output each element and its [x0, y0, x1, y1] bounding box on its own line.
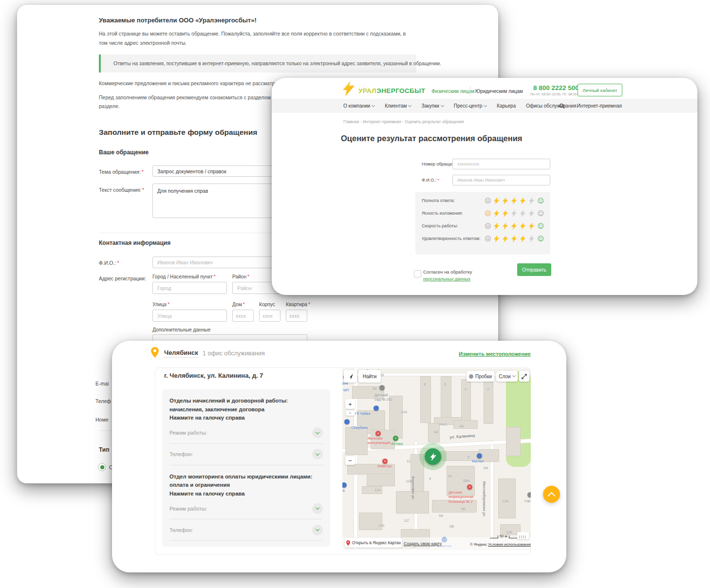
map-traffic-button[interactable]: Пробки — [467, 371, 494, 382]
expand-chevron-button[interactable] — [312, 525, 323, 535]
map-zoom-out-button[interactable]: − — [345, 456, 355, 465]
lightning-bolt-icon[interactable] — [511, 222, 517, 230]
nav-item[interactable]: Клиентам — [385, 103, 411, 109]
lightning-bolt-icon[interactable] — [520, 210, 526, 217]
lightning-bolt-icon[interactable] — [511, 197, 517, 204]
district-label: Район* — [232, 274, 249, 279]
nav-item[interactable]: Пресс-центр — [454, 103, 486, 109]
map-poi-icon[interactable] — [379, 385, 385, 390]
city-selector[interactable]: Челябинск — [164, 349, 198, 358]
number-label: Номе — [95, 417, 108, 423]
individuals-link[interactable]: Физическим лицам — [431, 89, 474, 94]
logo-bolt-icon[interactable] — [342, 81, 355, 98]
lightning-bolt-icon[interactable] — [528, 235, 535, 242]
office-address: г. Челябинск, ул. Калинина, д. 7 — [164, 372, 263, 379]
street-label: Улица* — [152, 302, 169, 307]
nav-item-label: Закупки — [421, 103, 439, 109]
map-canvas[interactable]: Найти Пробки Слои + ≡ − Открыть в Яндекс… — [342, 368, 531, 550]
map-poi-icon[interactable]: + — [375, 431, 381, 436]
lightning-bolt-icon[interactable] — [493, 210, 500, 217]
lightning-bolt-icon[interactable] — [528, 197, 535, 204]
office-row: Телефон: — [169, 519, 323, 541]
office-row: Телефон: — [169, 444, 323, 465]
apartment-input[interactable] — [286, 310, 307, 322]
sad-face-icon[interactable]: ☹ — [485, 210, 491, 217]
sad-face-icon[interactable]: ☹ — [485, 223, 491, 229]
city-label: Город / Населенный пункт* — [152, 274, 216, 279]
street-input[interactable] — [152, 310, 227, 322]
map-poi-icon[interactable] — [477, 453, 482, 459]
type-radio[interactable] — [98, 463, 106, 471]
happy-face-icon[interactable]: ☺ — [537, 236, 544, 242]
nav-item[interactable]: О компании — [343, 103, 374, 109]
lightning-bolt-icon[interactable] — [520, 222, 526, 230]
map-poi-icon[interactable] — [527, 492, 531, 497]
happy-face-icon[interactable]: ☺ — [537, 198, 544, 204]
office-marker[interactable] — [425, 448, 441, 465]
extra-data-label: Дополнительные данные — [152, 327, 210, 332]
terms-link[interactable]: Условия использования — [488, 542, 531, 547]
create-map-link[interactable]: Создать свою карту — [404, 541, 442, 546]
lightning-bolt-icon[interactable] — [502, 235, 508, 242]
lightning-bolt-icon[interactable] — [502, 222, 508, 230]
search-icon[interactable] — [559, 103, 565, 109]
lightning-bolt-icon[interactable] — [511, 210, 517, 217]
legal-entities-link[interactable]: Юридическим лицам — [475, 89, 523, 94]
consent-checkbox[interactable] — [414, 270, 421, 277]
nav-item[interactable]: Закупки — [421, 103, 443, 109]
map-poi-icon[interactable] — [344, 419, 350, 424]
map-ruler-mini-button[interactable]: ≡ — [346, 410, 355, 416]
open-in-yandex-button[interactable]: Открыть в Яндекс Картах — [345, 538, 402, 548]
expand-chevron-button[interactable] — [312, 503, 323, 514]
map-poi-icon[interactable]: + — [382, 459, 388, 464]
happy-face-icon[interactable]: ☺ — [537, 210, 544, 217]
type-heading: Тип — [99, 446, 110, 453]
korpus-input[interactable] — [259, 310, 280, 322]
map-label: Инвитро — [377, 464, 392, 468]
lightning-bolt-icon[interactable] — [493, 222, 500, 230]
lightning-bolt-icon[interactable] — [502, 210, 508, 217]
chevron-down-icon — [316, 451, 319, 455]
map-poi-icon[interactable]: + — [393, 436, 398, 441]
phone-number[interactable]: 8 800 2222 500 — [533, 84, 579, 92]
sad-face-icon[interactable]: ☹ — [485, 198, 491, 204]
scroll-to-top-button[interactable] — [543, 486, 560, 503]
lightning-bolt-icon[interactable] — [493, 197, 500, 204]
map-zoom-in-button[interactable]: + — [345, 399, 355, 409]
submit-button[interactable]: Отправить — [517, 263, 551, 276]
map-poi-icon[interactable] — [342, 482, 347, 488]
nav-item[interactable]: Карьера — [497, 103, 516, 109]
nav-item-label: Пресс-центр — [454, 103, 482, 109]
happy-face-icon[interactable]: ☺ — [537, 223, 544, 229]
lightning-bolt-icon[interactable] — [511, 235, 517, 242]
account-button[interactable]: Личный кабинет — [578, 84, 622, 96]
sad-face-icon[interactable]: ☹ — [485, 236, 491, 242]
map-poi-icon[interactable]: + — [467, 484, 472, 490]
breadcrumb[interactable]: Главная - Интернет-приемная - Оценить ре… — [343, 119, 464, 124]
map-poi-icon[interactable] — [374, 405, 379, 411]
change-location-link[interactable]: Изменить местоположение — [459, 351, 531, 357]
apartment-label: Квартира* — [286, 302, 310, 307]
map-fullscreen-button[interactable] — [519, 371, 529, 382]
appeal-number-input[interactable] — [452, 159, 550, 169]
expand-chevron-button[interactable] — [312, 427, 323, 438]
lightning-bolt-icon[interactable] — [528, 210, 535, 217]
personal-data-link[interactable]: персональных данных — [423, 276, 470, 281]
lightning-bolt-icon[interactable] — [502, 197, 508, 204]
lightning-bolt-icon[interactable] — [493, 235, 500, 242]
map-locate-button[interactable] — [344, 370, 357, 383]
internet-reception-link[interactable]: Интернет-приемная — [577, 103, 622, 109]
map-layers-button[interactable]: Слои — [496, 371, 518, 382]
map-search-button[interactable]: Найти — [358, 370, 381, 383]
expand-chevron-button[interactable] — [312, 449, 323, 459]
logo-text[interactable]: УРАЛЭНЕРГОСБЫТ — [358, 87, 425, 94]
rating-fio-input[interactable] — [452, 175, 550, 185]
form-heading: Заполните и отправьте форму обращения — [99, 128, 257, 137]
house-input[interactable] — [232, 310, 254, 322]
office-row-label: Режим работы: — [169, 430, 207, 436]
lightning-bolt-icon[interactable] — [520, 235, 526, 242]
lightning-bolt-icon[interactable] — [528, 222, 535, 230]
city-input[interactable] — [152, 282, 227, 294]
ruler-icon[interactable] — [517, 532, 529, 539]
lightning-bolt-icon[interactable] — [520, 197, 526, 204]
